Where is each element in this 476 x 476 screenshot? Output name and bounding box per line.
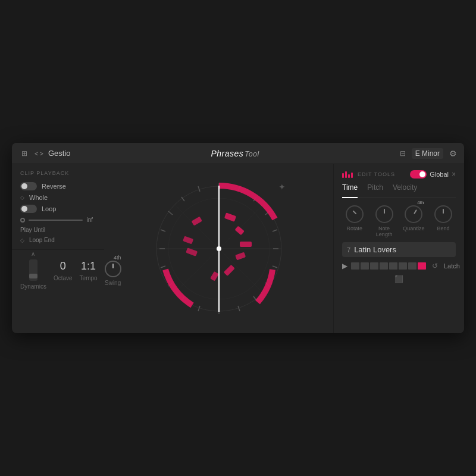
svg-line-10 [273, 230, 277, 231]
instance-name: Gestio [48, 149, 71, 158]
slider-value: inf [86, 217, 93, 223]
loop-end-label: Loop End [29, 237, 55, 243]
svg-line-20 [161, 266, 165, 268]
quantize-4th: 4th [417, 200, 424, 205]
key-value[interactable]: E Minor [412, 148, 443, 159]
rotate-knob[interactable] [346, 205, 364, 223]
seq-block-8[interactable] [418, 262, 426, 270]
dynamics-fader[interactable] [29, 259, 37, 281]
latch-label[interactable]: Latch [444, 262, 460, 270]
seq-block-4[interactable] [380, 262, 388, 270]
bend-label: Bend [437, 226, 450, 231]
header-center: PhrasesTool [70, 149, 399, 158]
svg-line-17 [198, 306, 200, 311]
header-left: ⊞ < > Gestio [19, 148, 70, 159]
tool-rotate: Rotate [342, 205, 367, 237]
dynamics-label: Dynamics [20, 283, 46, 290]
clip-playback-label: CLIP PLAYBACK [20, 170, 93, 176]
seq-block-7[interactable] [408, 262, 416, 270]
svg-rect-27 [234, 226, 245, 235]
preset-row[interactable]: 7 Latin Lovers [342, 242, 456, 257]
seq-block-5[interactable] [389, 262, 397, 270]
nav-forward-button[interactable]: > [39, 150, 43, 157]
preset-name: Latin Lovers [354, 245, 396, 254]
edit-tools-label: EDIT TOOLS [358, 171, 395, 177]
play-until-label: Play Until [20, 227, 45, 233]
svg-rect-34 [191, 217, 202, 226]
note-length-knob[interactable] [375, 205, 393, 223]
circle-gear-icon[interactable]: ✦ [278, 182, 286, 192]
global-label: Global [430, 171, 449, 178]
tool-quantize: 4th Quantize [402, 205, 427, 237]
loop-label: Loop [42, 205, 56, 212]
svg-rect-30 [223, 265, 234, 276]
global-toggle-switch[interactable] [410, 170, 427, 178]
plugin-window: ⊞ < > Gestio PhrasesTool ⊟ E Minor ⚙ CLI… [12, 143, 464, 333]
save-icon[interactable]: ⬛ [394, 275, 403, 283]
play-button[interactable]: ▶ [342, 262, 347, 270]
seq-block-2[interactable] [361, 262, 369, 270]
app-title-tool: Tool [245, 150, 259, 158]
edit-tools-header: EDIT TOOLS Global × [342, 170, 456, 178]
loop-row: Loop [20, 205, 93, 213]
svg-point-36 [217, 246, 221, 251]
left-section: CLIP PLAYBACK Reverse ◇ Whole [12, 164, 104, 333]
tab-pitch[interactable]: Pitch [367, 183, 383, 194]
nav-grid-icon[interactable]: ⊞ [19, 148, 30, 159]
loop-playback-icon[interactable]: ↺ [432, 262, 438, 270]
right-panel: EDIT TOOLS Global × Time Pitch Velocity [333, 164, 464, 333]
loop-toggle[interactable] [20, 205, 37, 213]
whole-label: Whole [29, 194, 48, 201]
edit-tools-icon [342, 171, 353, 178]
slider-row: inf [20, 217, 93, 223]
tab-velocity[interactable]: Velocity [393, 183, 417, 194]
center-panel: ✦ [104, 164, 333, 333]
dynamics-col: ∧ Dynamics [20, 251, 46, 290]
left-panel: CLIP PLAYBACK Reverse ◇ Whole [12, 164, 101, 249]
circle-svg [148, 177, 290, 320]
svg-line-25 [198, 186, 200, 192]
bottom-controls: ∧ Dynamics 0 Octave 1:1 Tempo [12, 249, 104, 291]
reverse-toggle[interactable] [20, 182, 37, 190]
slider-track[interactable] [29, 220, 83, 221]
svg-line-23 [168, 211, 173, 215]
main-content: CLIP PLAYBACK Reverse ◇ Whole [12, 164, 464, 333]
tabs-row: Time Pitch Velocity [342, 183, 456, 198]
bend-knob[interactable] [434, 205, 452, 223]
loop-end-row: ◇ Loop End [20, 237, 93, 243]
settings-icon[interactable]: ⚙ [449, 149, 457, 158]
svg-rect-28 [240, 242, 252, 247]
svg-line-15 [238, 306, 240, 311]
app-title: PhrasesTool [211, 149, 259, 158]
global-toggle: Global × [410, 170, 456, 178]
tempo-label: Tempo [80, 275, 98, 281]
global-close-icon[interactable]: × [452, 170, 456, 178]
octave-value[interactable]: 0 [60, 260, 66, 273]
loop-end-knob[interactable]: ◇ [20, 237, 24, 243]
tool-note-length: Note Length [372, 205, 397, 237]
seq-block-1[interactable] [351, 262, 359, 270]
svg-line-22 [161, 230, 165, 231]
whole-knob[interactable]: ◇ [20, 195, 24, 201]
slider-dot [20, 218, 25, 223]
quantize-label: Quantize [403, 226, 424, 231]
tempo-value[interactable]: 1:1 [81, 260, 96, 273]
seq-block-3[interactable] [370, 262, 378, 270]
key-icon: ⊟ [400, 149, 406, 158]
tab-time[interactable]: Time [342, 183, 358, 198]
seq-block-6[interactable] [399, 262, 407, 270]
svg-rect-29 [235, 252, 246, 261]
note-length-label: Note Length [372, 226, 397, 237]
header-right: ⊟ E Minor ⚙ [400, 148, 457, 159]
svg-rect-31 [210, 271, 219, 281]
play-until-row: Play Until [20, 227, 93, 233]
dynamics-up-icon[interactable]: ∧ [31, 251, 35, 257]
whole-row: ◇ Whole [20, 194, 93, 201]
reverse-row: Reverse [20, 182, 93, 190]
svg-rect-26 [224, 212, 236, 222]
quantize-knob[interactable]: 4th [405, 205, 422, 223]
circle-visualizer: ✦ [148, 177, 290, 320]
octave-col: 0 Octave [54, 260, 73, 281]
svg-line-12 [273, 266, 277, 268]
nav-back-button[interactable]: < [35, 150, 38, 157]
